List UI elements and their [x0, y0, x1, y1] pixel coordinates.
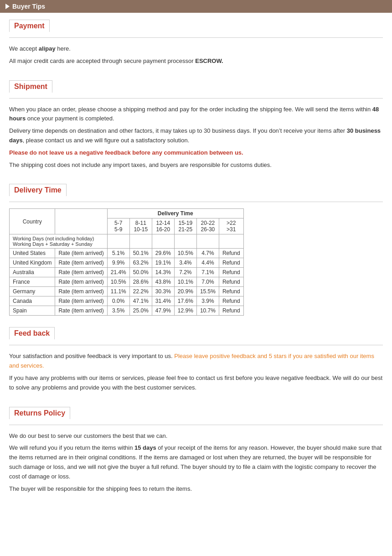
rate-cell: Rate (item arrived): [55, 277, 107, 287]
rate-cell: Rate (item arrived): [55, 258, 107, 268]
payment-label-wrap: Payment: [9, 20, 383, 38]
country-cell: Germany: [10, 287, 55, 296]
country-cell: Spain: [10, 306, 55, 316]
table-row: Germany Rate (item arrived) 11.1% 22.2% …: [10, 287, 244, 296]
payment-line2: All major credit cards are accepted thro…: [9, 57, 383, 66]
country-cell: United States: [10, 249, 55, 258]
col-5-7: 5-75-9: [107, 218, 129, 234]
table-row: France Rate (item arrived) 10.5% 28.6% 4…: [10, 277, 244, 287]
feedback-label-wrap: Feed back: [9, 327, 383, 345]
returns-p2: We will refund you if you return the ite…: [9, 443, 383, 481]
rate-cell: Rate (item arrived): [55, 287, 107, 296]
header-title: Buyer Tips: [12, 3, 45, 10]
payment-section: Payment We accept alipay here. All major…: [0, 13, 392, 78]
table-row: Spain Rate (item arrived) 3.5% 25.0% 47.…: [10, 306, 244, 316]
rate-cell: Rate (item arrived): [55, 268, 107, 277]
col-12-14: 12-1416-20: [152, 218, 174, 234]
table-row: United Kingdom Rate (item arrived) 9.9% …: [10, 258, 244, 268]
rate-cell: Rate (item arrived): [55, 296, 107, 306]
returns-label: Returns Policy: [9, 407, 70, 419]
triangle-icon: [5, 4, 10, 9]
rate-header: [55, 209, 107, 234]
country-cell: France: [10, 277, 55, 287]
returns-label-wrap: Returns Policy: [9, 407, 383, 425]
shipment-p1: When you place an order, please choose a…: [9, 105, 383, 124]
shipment-label-wrap: Shipment: [9, 80, 383, 99]
delivery-table: Country Delivery Time 5-75-9 8-1110-15 1…: [9, 208, 244, 316]
feedback-section: Feed back Your satisfaction and positive…: [0, 325, 392, 404]
buyer-tips-header: Buyer Tips: [0, 0, 392, 13]
payment-line1: We accept alipay here.: [9, 44, 383, 54]
country-cell: Canada: [10, 296, 55, 306]
col-20-22: 20-2226-30: [196, 218, 219, 234]
payment-label: Payment: [9, 20, 50, 32]
table-row: Canada Rate (item arrived) 0.0% 47.1% 31…: [10, 296, 244, 306]
rate-cell: Rate (item arrived): [55, 306, 107, 316]
shipment-p2: Delivery time depends on destination and…: [9, 126, 383, 145]
delivery-time-header: Delivery Time: [107, 209, 243, 218]
feedback-p2: If you have any problems with our items …: [9, 374, 383, 393]
delivery-label-wrap: Delivery Time: [9, 184, 383, 202]
shipment-p3: Please do not leave us a negative feedba…: [9, 148, 383, 158]
delivery-section: Delivery Time Country Delivery Time 5-75…: [0, 182, 392, 325]
rate-cell: Rate (item arrived): [55, 249, 107, 258]
table-row: United States Rate (item arrived) 5.1% 5…: [10, 249, 244, 258]
country-cell: United Kingdom: [10, 258, 55, 268]
country-header: Country: [10, 209, 55, 234]
col-15-19: 15-1921-25: [174, 218, 196, 234]
col-8-11: 8-1110-15: [129, 218, 152, 234]
working-days-label: Working Days (not including holiday)Work…: [10, 234, 108, 249]
delivery-label: Delivery Time: [9, 184, 67, 196]
returns-section: Returns Policy We do our best to serve o…: [0, 405, 392, 506]
returns-p3: The buyer will be responsible for the sh…: [9, 484, 383, 494]
col-22plus: >22>31: [219, 218, 243, 234]
shipment-p4: The shipping cost does not include any i…: [9, 161, 383, 170]
shipment-label: Shipment: [9, 80, 52, 93]
shipment-section: Shipment When you place an order, please…: [0, 78, 392, 182]
country-cell: Australia: [10, 268, 55, 277]
returns-p1: We do our best to serve our customers th…: [9, 431, 383, 441]
table-row: Australia Rate (item arrived) 21.4% 50.0…: [10, 268, 244, 277]
feedback-label: Feed back: [9, 327, 55, 339]
feedback-p1: Your satisfaction and positive feedback …: [9, 352, 383, 371]
